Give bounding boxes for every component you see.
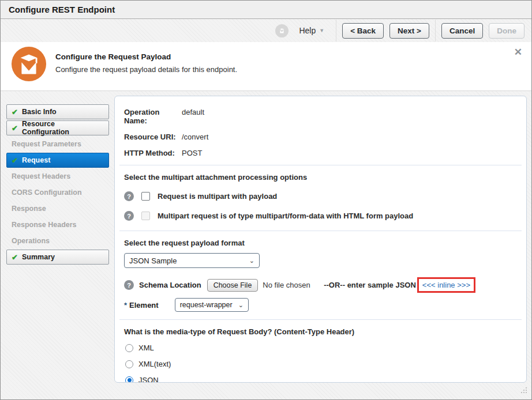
radio-button[interactable] [125,344,133,352]
help-label: Help [299,26,316,35]
check-icon: ✔ [12,156,22,165]
wizard-header-text: Configure the Request Payload Configure … [55,52,237,74]
cancel-button[interactable]: Cancel [441,23,483,39]
media-type-heading: What is the media-type of Request Body? … [124,327,517,336]
media-type-option-xml-text: XML(text) [125,360,517,368]
help-question-icon[interactable]: ? [124,191,134,201]
adapter-avatar-icon [275,24,289,37]
check-icon: ✔ [12,108,22,116]
operation-name-label: Operation Name: [124,108,182,125]
help-question-icon[interactable]: ? [124,211,134,221]
wizard-body: ✔ Basic Info ✔ Resource Configuration Re… [1,91,531,400]
adapter-glyph-icon [278,27,286,35]
back-button[interactable]: < Back [342,23,384,39]
inline-link-annotation-box: <<< inline >>> [417,277,475,293]
multipart-section-heading: Select the multipart attachment processi… [124,173,517,182]
element-select[interactable]: request-wrapper ⌄ [175,298,249,312]
step-label: Resource Configuration [22,120,104,136]
required-asterisk: * [124,301,127,310]
help-menu[interactable]: Help ▼ [299,26,324,35]
step-label: Request Headers [12,172,70,180]
http-method-label: HTTP Method: [124,149,182,157]
toolbar-separator [336,20,336,41]
element-label: Element [129,301,159,310]
step-label: Response [12,205,46,213]
resource-uri-label: Resource URI: [124,133,182,141]
radio-label: XML(text) [138,360,171,368]
section-divider [119,165,522,165]
payload-format-select[interactable]: JSON Sample ⌄ [124,253,260,268]
done-button: Done [489,23,524,39]
resize-grip-icon[interactable] [520,386,527,397]
resource-uri-row: Resource URI: /convert [124,133,517,141]
or-enter-sample-group: --OR-- enter sample JSON <<< inline >>> [324,277,475,293]
request-config-panel: Operation Name: default Resource URI: /c… [114,96,527,383]
element-selected-value: request-wrapper [180,301,233,309]
radio-label: XML [138,344,154,352]
next-button[interactable]: Next > [389,23,429,39]
payload-format-selected-value: JSON Sample [129,256,177,265]
rest-adapter-icon [11,46,47,82]
sidebar-item-basic-info[interactable]: ✔ Basic Info [6,104,109,119]
payload-format-heading: Select the request payload format [124,239,517,247]
multipart-option-row: ? Request is multipart with payload [124,191,517,201]
resource-uri-value: /convert [182,133,208,141]
or-enter-sample-label: --OR-- enter sample JSON [324,281,416,289]
schema-location-label: Schema Location [139,281,201,289]
help-caret-icon: ▼ [319,28,324,33]
sidebar-item-operations: Operations [6,233,109,248]
step-label: Basic Info [22,108,57,116]
chevron-down-icon: ⌄ [238,301,243,309]
configure-rest-endpoint-dialog: Configure REST Endpoint Help ▼ < Back Ne… [0,0,532,400]
close-icon[interactable]: ✕ [514,47,522,57]
section-divider [119,319,522,320]
step-label: Request [22,156,50,164]
http-method-row: HTTP Method: POST [124,149,517,157]
sidebar-item-summary[interactable]: ✔ Summary [6,250,109,265]
check-icon: ✔ [12,124,22,133]
step-label: Summary [22,253,55,261]
schema-location-row: ? Schema Location Choose File No file ch… [124,277,517,293]
sidebar-item-response-headers: Response Headers [6,217,109,232]
step-label: Request Parameters [12,140,81,148]
request-multipart-checkbox[interactable] [141,192,150,201]
media-type-option-xml: XML [125,344,517,352]
multipart-formdata-checkbox [141,212,150,220]
page-subtitle: Configure the request payload details fo… [55,65,237,74]
sidebar-item-request[interactable]: ✔ Request [6,153,109,168]
step-label: Response Headers [12,221,77,229]
wizard-steps-sidebar: ✔ Basic Info ✔ Resource Configuration Re… [6,104,109,266]
sidebar-item-response: Response [6,201,109,216]
check-icon: ✔ [12,253,22,262]
window-title: Configure REST Endpoint [9,5,115,14]
sidebar-item-request-parameters: Request Parameters [6,137,109,152]
page-title: Configure the Request Payload [55,52,237,61]
radio-label: JSON [138,376,159,383]
operation-name-value: default [182,108,204,125]
choose-file-button[interactable]: Choose File [207,279,258,292]
radio-button-selected[interactable] [125,376,133,383]
wizard-toolbar: Help ▼ < Back Next > Cancel Done [1,19,531,42]
checkbox-label: Multipart request is of type multipart/f… [158,212,413,220]
help-question-icon[interactable]: ? [124,280,134,290]
sidebar-item-request-headers: Request Headers [6,169,109,184]
step-label: Operations [12,237,50,245]
inline-json-link[interactable]: <<< inline >>> [422,281,470,289]
chevron-down-icon: ⌄ [249,257,254,265]
sidebar-item-cors-configuration: CORS Configuration [6,185,109,200]
section-divider [119,231,522,231]
sidebar-item-resource-configuration[interactable]: ✔ Resource Configuration [6,120,109,135]
multipart-option-row: ? Multipart request is of type multipart… [124,211,517,221]
no-file-chosen-text: No file chosen [263,281,310,289]
checkbox-label: Request is multipart with payload [158,192,277,201]
radio-button[interactable] [125,360,133,368]
media-type-option-json: JSON [125,376,517,383]
step-label: CORS Configuration [12,188,82,197]
wizard-header: Configure the Request Payload Configure … [1,42,531,91]
http-method-value: POST [182,149,202,157]
window-title-bar: Configure REST Endpoint [1,1,531,19]
operation-name-row: Operation Name: default [124,108,517,125]
element-field-row: * Element request-wrapper ⌄ [124,298,517,312]
toolbar-separator [435,20,436,41]
